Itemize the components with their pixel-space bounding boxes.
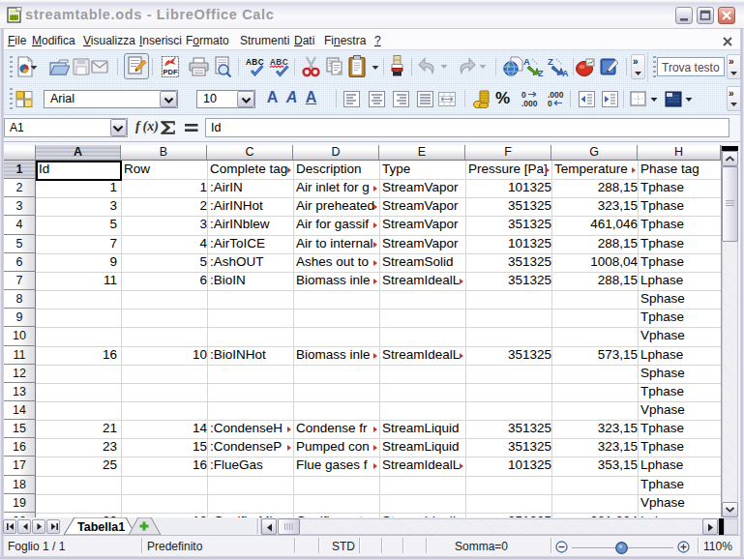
svg-text:0: 0 xyxy=(548,99,552,107)
svg-text:»: » xyxy=(633,56,639,66)
svg-text:»: » xyxy=(729,88,734,98)
svg-text:A: A xyxy=(523,56,530,67)
svg-text:A: A xyxy=(562,69,569,77)
svg-text:PDF: PDF xyxy=(164,68,178,76)
svg-text:Z: Z xyxy=(538,69,544,77)
svg-text:Z: Z xyxy=(548,56,553,67)
svg-text:»: » xyxy=(729,56,734,66)
svg-text:.000: .000 xyxy=(521,99,538,107)
svg-text:ABC: ABC xyxy=(270,58,288,67)
